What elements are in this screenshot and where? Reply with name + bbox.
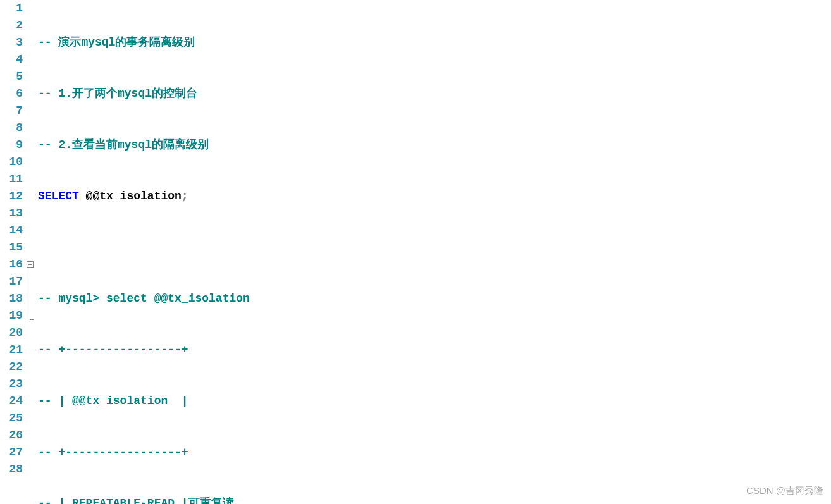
line-number: 27 (0, 444, 23, 461)
line-number: 6 (0, 85, 23, 102)
line-number: 15 (0, 239, 23, 256)
line-number: 11 (0, 171, 23, 188)
line-number: 12 (0, 188, 23, 205)
watermark-text: CSDN @吉冈秀隆 (746, 482, 823, 499)
line-number: 19 (0, 307, 23, 324)
code-area[interactable]: -- 演示mysql的事务隔离级别 -- 1.开了两个mysql的控制台 -- … (38, 0, 496, 504)
line-number: 22 (0, 359, 23, 376)
line-number: 1 (0, 0, 23, 17)
code-identifier: tx_isolation (99, 190, 182, 202)
fold-end-icon (30, 319, 34, 320)
line-number: 3 (0, 34, 23, 51)
line-number-gutter: 1 2 3 4 5 6 7 8 9 10 11 12 13 14 15 16 1… (0, 0, 25, 504)
line-number: 21 (0, 341, 23, 359)
code-punct: ; (182, 190, 188, 202)
code-text: @@ (79, 190, 99, 202)
code-comment: -- +-----------------+ (38, 446, 188, 458)
code-comment: -- +-----------------+ (38, 343, 188, 356)
code-comment: -- | REPEATABLE-READ |可重复读 (38, 497, 234, 504)
line-number: 25 (0, 410, 23, 427)
line-number: 9 (0, 137, 23, 154)
line-number: 5 (0, 68, 23, 85)
code-editor[interactable]: 1 2 3 4 5 6 7 8 9 10 11 12 13 14 15 16 1… (0, 0, 831, 504)
fold-gutter (25, 0, 38, 504)
line-number: 24 (0, 393, 23, 410)
code-comment: -- 1.开了两个mysql的控制台 (38, 87, 197, 100)
fold-guide-line (30, 268, 30, 319)
code-comment: -- | @@tx_isolation | (38, 395, 188, 407)
line-number: 4 (0, 51, 23, 68)
line-number: 26 (0, 427, 23, 444)
line-number: 20 (0, 324, 23, 341)
fold-toggle-icon[interactable] (27, 261, 34, 268)
line-number: 23 (0, 376, 23, 393)
line-number: 14 (0, 222, 23, 239)
line-number: 10 (0, 154, 23, 171)
code-comment: -- 演示mysql的事务隔离级别 (38, 36, 195, 49)
line-number: 18 (0, 290, 23, 307)
line-number: 7 (0, 102, 23, 120)
line-number: 2 (0, 17, 23, 34)
code-comment: -- mysql> select @@tx_isolation (38, 292, 250, 305)
line-number: 17 (0, 273, 23, 290)
code-comment: -- 2.查看当前mysql的隔离级别 (38, 138, 209, 151)
line-number: 16 (0, 256, 23, 273)
line-number: 28 (0, 461, 23, 478)
line-number: 13 (0, 205, 23, 222)
line-number: 8 (0, 120, 23, 137)
code-keyword: SELECT (38, 190, 79, 202)
